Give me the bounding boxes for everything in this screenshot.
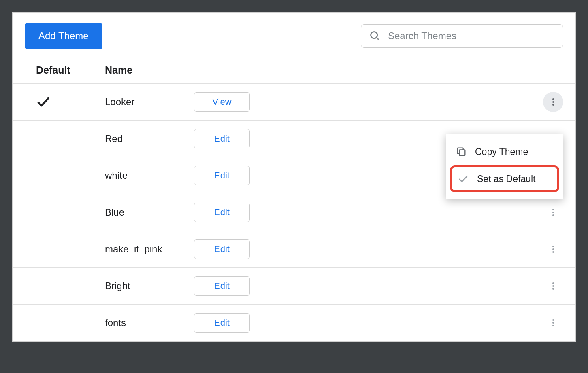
edit-button[interactable]: Edit <box>194 276 250 296</box>
edit-button[interactable]: Edit <box>194 313 250 333</box>
view-button[interactable]: View <box>194 92 250 112</box>
svg-point-13 <box>552 214 554 216</box>
menu-item-label: Set as Default <box>477 174 535 184</box>
svg-point-3 <box>552 101 554 103</box>
svg-point-14 <box>552 246 554 247</box>
check-icon <box>458 173 469 184</box>
set-as-default-menu-item[interactable]: Set as Default <box>450 165 559 192</box>
svg-point-22 <box>552 325 554 326</box>
theme-name: white <box>105 170 194 181</box>
theme-name: Blue <box>105 207 194 218</box>
table-row: Looker View <box>13 84 575 121</box>
column-header-default: Default <box>36 64 105 76</box>
theme-name: Red <box>105 133 194 144</box>
svg-point-17 <box>552 282 554 284</box>
svg-point-20 <box>552 319 554 321</box>
theme-name: Looker <box>105 96 194 108</box>
svg-point-2 <box>552 98 554 100</box>
more-options-button[interactable] <box>543 92 563 112</box>
check-icon <box>36 95 51 109</box>
more-vertical-icon <box>548 244 558 254</box>
table-row: fonts Edit <box>13 305 575 341</box>
search-input[interactable] <box>388 30 555 42</box>
default-cell <box>36 95 105 109</box>
more-options-button[interactable] <box>543 276 563 296</box>
add-theme-button[interactable]: Add Theme <box>25 23 102 49</box>
edit-button[interactable]: Edit <box>194 203 250 222</box>
menu-item-label: Copy Theme <box>475 146 528 157</box>
svg-rect-23 <box>459 150 465 155</box>
search-wrapper[interactable] <box>361 24 563 48</box>
svg-point-0 <box>371 32 377 38</box>
edit-button[interactable]: Edit <box>194 239 250 259</box>
more-options-menu: Copy Theme Set as Default <box>446 134 563 199</box>
svg-point-16 <box>552 251 554 253</box>
svg-line-1 <box>377 38 379 40</box>
more-vertical-icon <box>548 318 558 328</box>
themes-panel: Add Theme Default Name <box>12 12 576 342</box>
search-icon <box>369 30 381 42</box>
header: Add Theme <box>13 13 575 57</box>
svg-point-12 <box>552 212 554 213</box>
theme-name: Bright <box>105 280 194 292</box>
more-options-button[interactable] <box>543 202 563 223</box>
copy-icon <box>456 146 467 157</box>
more-options-button[interactable] <box>543 239 563 259</box>
table-row: Blue Edit <box>13 194 575 231</box>
svg-point-4 <box>552 104 554 106</box>
more-options-button[interactable] <box>543 313 563 333</box>
table-row: make_it_pink Edit <box>13 231 575 268</box>
copy-theme-menu-item[interactable]: Copy Theme <box>446 140 563 164</box>
table-row: Bright Edit <box>13 268 575 305</box>
table-header: Default Name <box>13 57 575 84</box>
svg-point-19 <box>552 288 554 290</box>
svg-point-18 <box>552 285 554 287</box>
more-vertical-icon <box>548 208 558 217</box>
theme-name: fonts <box>105 317 194 328</box>
edit-button[interactable]: Edit <box>194 166 250 185</box>
more-vertical-icon <box>548 281 558 291</box>
more-vertical-icon <box>548 97 558 107</box>
edit-button[interactable]: Edit <box>194 129 250 148</box>
svg-point-15 <box>552 248 554 250</box>
theme-name: make_it_pink <box>105 244 194 255</box>
column-header-name: Name <box>105 64 194 76</box>
svg-point-11 <box>552 209 554 210</box>
svg-point-21 <box>552 322 554 324</box>
